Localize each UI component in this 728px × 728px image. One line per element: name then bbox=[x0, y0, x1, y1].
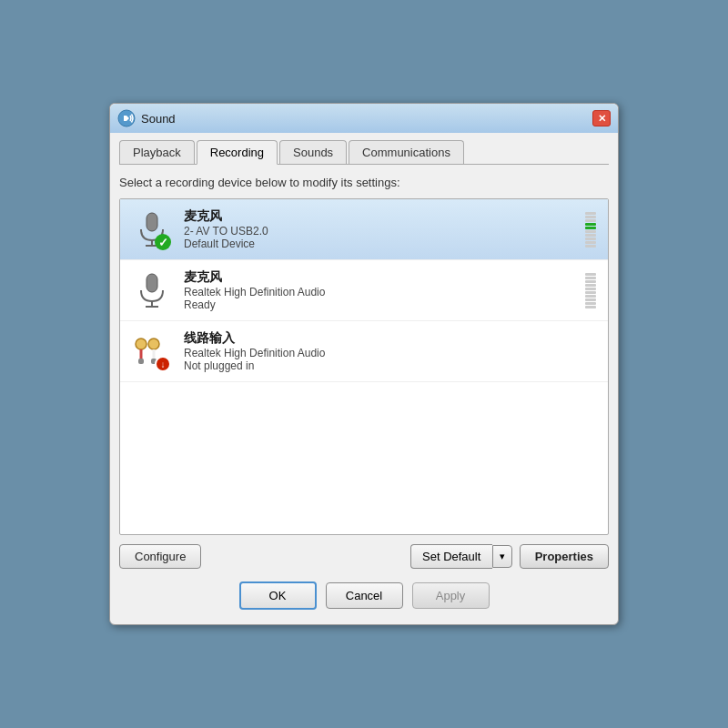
svg-rect-12 bbox=[138, 359, 144, 364]
level-bar bbox=[585, 280, 596, 283]
device-list: ✓ 麦克风 2- AV TO USB2.0 Default Device bbox=[119, 198, 609, 535]
apply-button[interactable]: Apply bbox=[412, 582, 490, 609]
level-bar bbox=[585, 238, 596, 240]
device-name-3: 线路输入 bbox=[184, 330, 599, 347]
device-info-3: 线路输入 Realtek High Definition Audio Not p… bbox=[184, 330, 599, 372]
set-default-group: Set Default ▾ Properties bbox=[410, 544, 609, 569]
device-item-2[interactable]: 麦克风 Realtek High Definition Audio Ready bbox=[120, 260, 608, 321]
title-bar-left: Sound bbox=[117, 109, 176, 127]
tab-communications[interactable]: Communications bbox=[349, 140, 464, 164]
level-indicator-2 bbox=[582, 268, 599, 313]
level-bar bbox=[585, 216, 596, 218]
error-badge-3: ↓ bbox=[155, 356, 171, 372]
sound-dialog: Sound ✕ Playback Recording Sounds Commun… bbox=[109, 103, 619, 625]
sound-icon bbox=[117, 109, 136, 127]
level-bar-active bbox=[585, 227, 596, 229]
device-icon-1: ✓ bbox=[129, 207, 175, 252]
device-driver-3: Realtek High Definition Audio bbox=[184, 347, 599, 359]
level-bar bbox=[585, 302, 596, 305]
configure-button[interactable]: Configure bbox=[119, 544, 201, 569]
title-bar: Sound ✕ bbox=[110, 104, 618, 133]
default-badge-1: ✓ bbox=[155, 234, 171, 250]
device-name-1: 麦克风 bbox=[184, 208, 573, 225]
svg-rect-5 bbox=[147, 274, 157, 292]
level-bar bbox=[585, 241, 596, 244]
level-bar bbox=[585, 212, 596, 215]
device-status-1: Default Device bbox=[184, 238, 573, 250]
properties-button[interactable]: Properties bbox=[520, 544, 609, 569]
window-title: Sound bbox=[141, 112, 176, 126]
level-bar bbox=[585, 277, 596, 279]
close-button[interactable]: ✕ bbox=[592, 110, 611, 126]
device-item-3[interactable]: ↓ 线路输入 Realtek High Definition Audio Not… bbox=[120, 321, 608, 382]
device-driver-1: 2- AV TO USB2.0 bbox=[184, 225, 573, 238]
level-bar bbox=[585, 245, 596, 248]
device-driver-2: Realtek High Definition Audio bbox=[184, 286, 573, 298]
device-info-1: 麦克风 2- AV TO USB2.0 Default Device bbox=[184, 208, 573, 250]
level-bar bbox=[585, 288, 596, 290]
set-default-split-button: Set Default ▾ bbox=[410, 544, 512, 569]
tab-recording[interactable]: Recording bbox=[197, 140, 278, 165]
dialog-body: Playback Recording Sounds Communications… bbox=[110, 133, 618, 624]
device-icon-3: ↓ bbox=[129, 329, 175, 374]
level-bar bbox=[585, 273, 596, 276]
level-indicator-1 bbox=[582, 207, 599, 252]
mic-svg-2 bbox=[132, 270, 172, 310]
tab-playback[interactable]: Playback bbox=[119, 140, 195, 164]
svg-point-9 bbox=[148, 339, 159, 349]
level-bar bbox=[585, 230, 596, 233]
tab-bar: Playback Recording Sounds Communications bbox=[119, 140, 609, 165]
level-bar-active bbox=[585, 223, 596, 226]
device-info-2: 麦克风 Realtek High Definition Audio Ready bbox=[184, 269, 573, 311]
instruction-text: Select a recording device below to modif… bbox=[119, 174, 609, 191]
button-row-ok: OK Cancel Apply bbox=[119, 581, 609, 615]
device-item-1[interactable]: ✓ 麦克风 2- AV TO USB2.0 Default Device bbox=[120, 199, 608, 260]
device-status-2: Ready bbox=[184, 298, 573, 311]
level-bar bbox=[585, 234, 596, 237]
level-bar bbox=[585, 284, 596, 287]
device-name-2: 麦克风 bbox=[184, 269, 573, 286]
svg-point-8 bbox=[136, 339, 147, 349]
level-bar bbox=[585, 298, 596, 301]
tab-sounds[interactable]: Sounds bbox=[279, 140, 347, 164]
button-row-configure: Configure Set Default ▾ Properties bbox=[119, 544, 609, 569]
device-status-3: Not plugged in bbox=[184, 359, 599, 372]
device-icon-2 bbox=[129, 268, 175, 313]
set-default-arrow[interactable]: ▾ bbox=[492, 545, 512, 568]
level-bar bbox=[585, 219, 596, 222]
level-bar bbox=[585, 295, 596, 298]
ok-button[interactable]: OK bbox=[239, 581, 317, 610]
level-bar bbox=[585, 306, 596, 308]
set-default-button[interactable]: Set Default bbox=[410, 544, 492, 569]
svg-rect-2 bbox=[147, 213, 157, 231]
level-bar bbox=[585, 291, 596, 294]
cancel-button[interactable]: Cancel bbox=[326, 582, 403, 609]
